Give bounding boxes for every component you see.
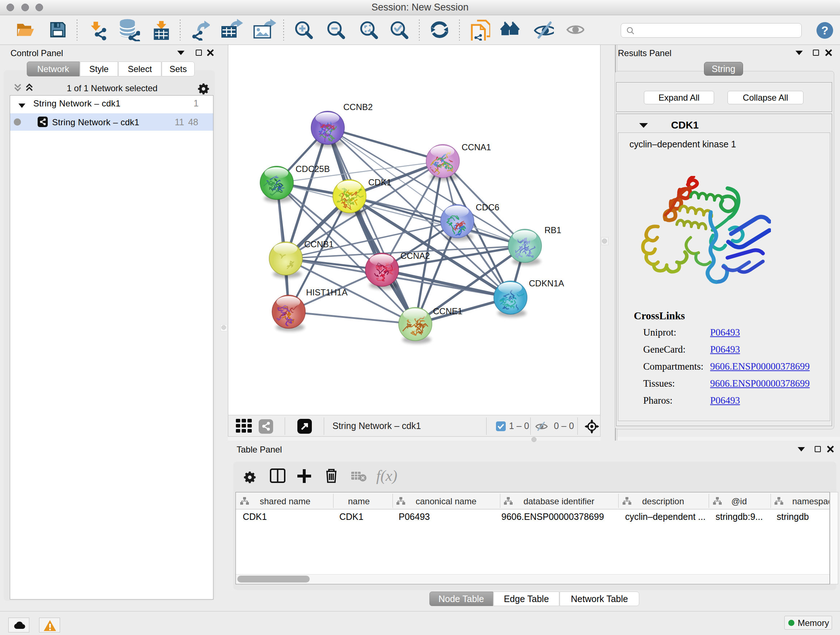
svg-text:RB1: RB1 [545,225,561,235]
svg-text:CCNE1: CCNE1 [433,306,462,316]
svg-text:CCNB2: CCNB2 [343,102,373,112]
svg-text:CDK1: CDK1 [368,177,392,187]
svg-text:CCNA1: CCNA1 [462,142,491,152]
svg-text:CCNB1: CCNB1 [304,239,333,249]
svg-text:CDKN1A: CDKN1A [529,279,564,288]
svg-text:HIST1H1A: HIST1H1A [306,287,347,297]
svg-text:?: ? [821,24,829,37]
svg-text:CDC6: CDC6 [476,203,499,212]
svg-text:CDC25B: CDC25B [295,164,330,174]
svg-text:CCNA2: CCNA2 [401,251,430,261]
